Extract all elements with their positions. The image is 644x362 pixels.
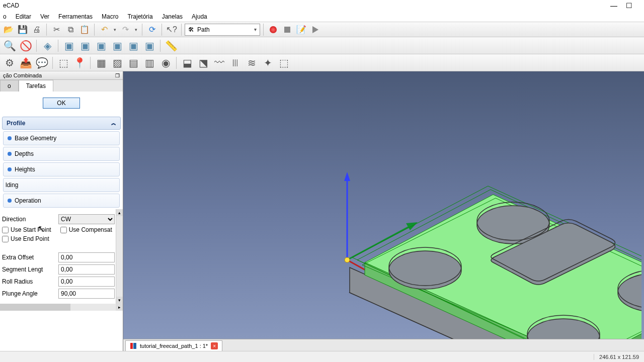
close-document-icon[interactable]: × [211,342,218,349]
menu-item[interactable]: Macro [102,13,118,20]
menubar: o Editar Ver Ferramentas Macro Trajetóri… [0,11,644,22]
direction-select[interactable]: CW [58,214,115,224]
path-dressup6-icon[interactable]: ✦ [260,55,275,70]
operation-section[interactable]: Operation [3,194,120,208]
profile-section[interactable]: Profile ︽ [2,117,121,130]
path-comment-icon[interactable]: 💬 [34,55,49,70]
macro-record-icon[interactable] [267,23,280,36]
undo-dropdown-icon[interactable]: ▾ [112,23,118,36]
segment-length-input[interactable] [58,264,115,275]
document-tab[interactable]: tutorial_freecad_path_1 : 1* × [125,340,222,351]
path-dressup4-icon[interactable]: ⫼ [228,55,243,70]
tab-tasks[interactable]: Tarefas [19,80,53,92]
panel-title: ção Combinada [3,72,42,78]
path-drill-icon[interactable]: ▤ [126,55,141,70]
dock-icon[interactable]: ❐ [115,73,120,78]
svg-rect-25 [133,343,136,349]
extra-offset-input[interactable] [58,252,115,262]
print-icon[interactable]: 🖨 [30,23,43,36]
path-engrave-icon[interactable]: ▥ [142,55,157,70]
ok-button[interactable]: OK [43,98,80,109]
measure-icon[interactable]: 📏 [164,38,179,53]
path-dressup2-icon[interactable]: ⬔ [196,55,211,70]
scroll-right-icon[interactable]: ▸ [116,304,123,311]
paste-icon[interactable]: 📋 [78,23,91,36]
path-profile-icon[interactable]: ▦ [94,55,109,70]
holding-section[interactable]: lding [3,178,120,192]
macro-edit-icon[interactable]: 📝 [295,23,308,36]
3d-model [214,97,641,351]
collapse-icon: ︽ [111,120,116,127]
use-end-point-checkbox[interactable]: Use End Point [2,235,49,242]
view-iso-icon[interactable]: ◈ [40,38,55,53]
view-left-icon[interactable]: ▣ [142,38,157,53]
open-icon[interactable]: 📂 [2,23,15,36]
titlebar: eCAD ― ☐ [0,0,644,11]
plunge-angle-label: Plunge Angle [2,290,56,297]
draw-style-icon[interactable]: 🚫 [18,38,33,53]
cut-icon[interactable]: ✂ [50,23,63,36]
plunge-angle-input[interactable] [58,289,115,299]
view-bottom-icon[interactable]: ▣ [126,38,141,53]
svg-rect-24 [130,343,133,349]
depths-section[interactable]: Depths [3,147,120,161]
path-tool2-icon[interactable]: 📍 [72,55,87,70]
3d-viewport[interactable]: tutorial_freecad_path_1 : 1* × [123,71,644,351]
path-dressup7-icon[interactable]: ⬚ [276,55,291,70]
toolbar-view: 🔍 🚫 ◈ ▣ ▣ ▣ ▣ ▣ ▣ 📏 [0,37,644,54]
minimize-button[interactable]: ― [611,3,617,9]
base-geometry-section[interactable]: Base Geometry [3,131,120,145]
workbench-label: Path [197,26,210,33]
save-icon[interactable]: 💾 [16,23,29,36]
form-scrollbar[interactable]: ▴ ▾ [116,209,123,304]
path-dressup1-icon[interactable]: ⬓ [180,55,195,70]
maximize-button[interactable]: ☐ [626,3,632,9]
redo-icon[interactable]: ↷ [119,23,132,36]
path-pocket-icon[interactable]: ▨ [110,55,125,70]
menu-item[interactable]: o [3,13,7,20]
menu-item[interactable]: Trajetória [127,13,152,20]
scroll-down-icon[interactable]: ▾ [116,297,123,304]
view-front-icon[interactable]: ▣ [61,38,76,53]
path-job-icon[interactable]: ⚙ [2,55,17,70]
whats-this-icon[interactable]: ↖? [165,23,178,36]
direction-label: Direction [2,216,56,223]
menu-item[interactable]: Ferramentas [58,13,93,20]
use-start-point-checkbox[interactable]: Use Start Point [2,226,51,233]
scroll-up-icon[interactable]: ▴ [116,209,123,216]
document-tabbar: tutorial_freecad_path_1 : 1* × [123,339,644,351]
tab-model[interactable]: o [0,80,19,92]
freecad-doc-icon [130,342,137,349]
path-tool1-icon[interactable]: ⬚ [56,55,71,70]
path-post-icon[interactable]: 📤 [18,55,33,70]
view-top-icon[interactable]: ▣ [77,38,93,53]
menu-item[interactable]: Ajuda [192,13,207,20]
undo-icon[interactable]: ↶ [98,23,111,36]
use-compensation-checkbox[interactable]: Use Compensat [60,226,112,233]
menu-item[interactable]: Janelas [162,13,183,20]
view-rear-icon[interactable]: ▣ [110,38,125,53]
chevron-down-icon: ▾ [254,27,257,32]
path-surface-icon[interactable]: ◉ [158,55,173,70]
redo-dropdown-icon[interactable]: ▾ [133,23,139,36]
zoom-fit-icon[interactable]: 🔍 [2,38,17,53]
panel-header[interactable]: ção Combinada ❐ [0,71,123,80]
copy-icon[interactable]: ⧉ [64,23,77,36]
profile-label: Profile [7,120,25,127]
toolbar-path: ⚙ 📤 💬 ⬚ 📍 ▦ ▨ ▤ ▥ ◉ ⬓ ⬔ 〰 ⫼ ≋ ✦ ⬚ [0,54,644,71]
path-dressup5-icon[interactable]: ≋ [244,55,259,70]
refresh-icon[interactable]: ⟳ [145,23,158,36]
roll-radius-input[interactable] [58,277,115,287]
roll-radius-label: Roll Radius [2,278,56,285]
workbench-selector[interactable]: 🛠 Path ▾ [185,24,260,36]
view-right-icon[interactable]: ▣ [94,38,109,53]
macro-stop-icon[interactable] [281,23,294,36]
toolbar-standard: 📂 💾 🖨 ✂ ⧉ 📋 ↶ ▾ ↷ ▾ ⟳ ↖? 🛠 Path ▾ 📝 [0,22,644,37]
menu-item[interactable]: Editar [16,13,31,20]
macro-play-icon[interactable] [309,23,322,36]
menu-item[interactable]: Ver [40,13,49,20]
heights-section[interactable]: Heights [3,162,120,176]
form-hscrollbar[interactable]: ▸ [0,304,123,311]
path-dressup3-icon[interactable]: 〰 [212,55,227,70]
path-icon: 🛠 [188,26,194,33]
